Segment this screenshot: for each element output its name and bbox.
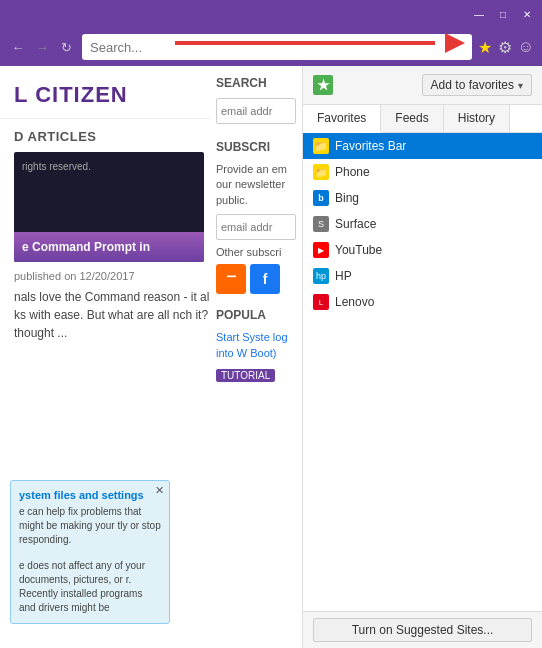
favorites-item-label-favbar: Favorites Bar <box>335 139 406 153</box>
favorites-item-label-bing: Bing <box>335 191 359 205</box>
popup-body-2: e does not affect any of your documents,… <box>19 559 161 615</box>
add-to-favorites-dropdown-arrow: ▾ <box>518 80 523 91</box>
window-controls: — □ ✕ <box>468 3 538 25</box>
favorites-footer: Turn on Suggested Sites... <box>303 611 542 648</box>
favorites-tabs: Favorites Feeds History <box>303 105 542 133</box>
browser-chrome: — □ ✕ ← → ↻ ★ ⚙ ☺ <box>0 0 542 66</box>
bing-icon: b <box>313 190 329 206</box>
forward-button[interactable]: → <box>32 40 52 55</box>
favorites-panel: ★ Add to favorites ▾ Favorites Feeds His… <box>302 66 542 648</box>
address-box <box>82 34 472 60</box>
tab-history[interactable]: History <box>444 105 510 132</box>
page-search-input[interactable] <box>216 98 296 124</box>
refresh-button[interactable]: ↻ <box>56 40 76 55</box>
search-widget-title: SEARCH <box>216 76 296 90</box>
article-card-text: rights reserved. <box>14 152 204 182</box>
page-search-widget: SEARCH SUBSCRI Provide an em our newslet… <box>210 66 302 648</box>
favorites-item-label-phone: Phone <box>335 165 370 179</box>
lenovo-icon: L <box>313 294 329 310</box>
article-card[interactable]: rights reserved. e Command Prompt in <box>14 152 204 262</box>
favorites-item-youtube[interactable]: ▶ YouTube <box>303 237 542 263</box>
article-title-overlay: e Command Prompt in <box>14 232 204 262</box>
favorites-item-bing[interactable]: b Bing <box>303 185 542 211</box>
favorites-item-hp[interactable]: hp HP <box>303 263 542 289</box>
notification-popup: ✕ ystem files and settings e can help fi… <box>10 480 170 624</box>
surface-icon: S <box>313 216 329 232</box>
gear-icon[interactable]: ⚙ <box>498 38 512 57</box>
popup-close-button[interactable]: ✕ <box>155 484 164 497</box>
hp-icon: hp <box>313 268 329 284</box>
star-icon[interactable]: ★ <box>478 38 492 57</box>
favorites-item-surface[interactable]: S Surface <box>303 211 542 237</box>
popular-title: POPULA <box>216 308 296 322</box>
favorites-item-phone[interactable]: 📁 Phone <box>303 159 542 185</box>
other-subscribe-text: Other subscri <box>216 246 296 258</box>
email-input[interactable] <box>216 214 296 240</box>
tab-favorites[interactable]: Favorites <box>303 105 381 133</box>
minimize-button[interactable]: — <box>468 3 490 25</box>
subscribe-text: Provide an em our newsletter public. <box>216 162 296 208</box>
favorites-item-label-hp: HP <box>335 269 352 283</box>
add-to-favorites-label: Add to favorites <box>431 78 514 92</box>
popular-tag: TUTORIAL <box>216 369 275 382</box>
folder-icon-phone: 📁 <box>313 164 329 180</box>
favorites-item-favbar[interactable]: 📁 Favorites Bar <box>303 133 542 159</box>
popular-section: POPULA Start Syste log into W Boot) TUTO… <box>216 308 296 382</box>
social-icons: ⎻ f <box>216 264 296 294</box>
folder-icon-favbar: 📁 <box>313 138 329 154</box>
add-to-favorites-button[interactable]: Add to favorites ▾ <box>422 74 532 96</box>
back-button[interactable]: ← <box>8 40 28 55</box>
title-bar: — □ ✕ <box>0 0 542 28</box>
popup-body-1: e can help fix problems that might be ma… <box>19 505 161 547</box>
youtube-icon: ▶ <box>313 242 329 258</box>
favorites-green-icon: ★ <box>313 75 333 95</box>
favorites-item-label-surface: Surface <box>335 217 376 231</box>
face-icon[interactable]: ☺ <box>518 38 534 56</box>
subscribe-section: SUBSCRI Provide an em our newsletter pub… <box>216 140 296 294</box>
nav-controls: ← → ↻ <box>8 40 76 55</box>
subscribe-widget-title: SUBSCRI <box>216 140 296 154</box>
favorites-item-lenovo[interactable]: L Lenovo <box>303 289 542 315</box>
rss-button[interactable]: ⎻ <box>216 264 246 294</box>
facebook-button[interactable]: f <box>250 264 280 294</box>
suggested-sites-button[interactable]: Turn on Suggested Sites... <box>313 618 532 642</box>
maximize-button[interactable]: □ <box>492 3 514 25</box>
popular-article[interactable]: Start Syste log into W Boot) <box>216 330 296 361</box>
address-input[interactable] <box>90 40 464 55</box>
address-bar-row: ← → ↻ ★ ⚙ ☺ <box>0 28 542 66</box>
favorites-panel-header: ★ Add to favorites ▾ <box>303 66 542 105</box>
tab-feeds[interactable]: Feeds <box>381 105 443 132</box>
main-area: L CITIZEN D ARTICLES rights reserved. e … <box>0 66 542 648</box>
popup-title: ystem files and settings <box>19 489 161 501</box>
toolbar-icons: ★ ⚙ ☺ <box>478 38 534 57</box>
favorites-list: 📁 Favorites Bar 📁 Phone b Bing S Surface… <box>303 133 542 611</box>
favorites-item-label-lenovo: Lenovo <box>335 295 374 309</box>
favorites-item-label-youtube: YouTube <box>335 243 382 257</box>
close-button[interactable]: ✕ <box>516 3 538 25</box>
